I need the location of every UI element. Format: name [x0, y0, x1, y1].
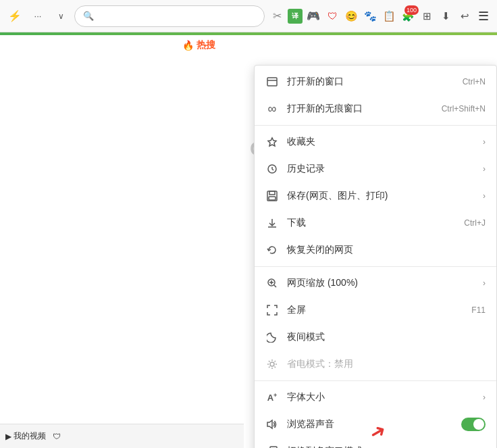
toggle-browser-sound[interactable]	[461, 418, 486, 431]
menu-divider	[255, 380, 496, 381]
translate-icon[interactable]: 译	[288, 9, 303, 24]
menu-label-power-saving: 省电模式：禁用	[287, 358, 486, 370]
svg-rect-6	[269, 197, 276, 200]
menu-item-browser-sound[interactable]: 浏览器声音	[255, 411, 496, 438]
submenu-arrow-bookmarks: ›	[483, 137, 486, 147]
svg-rect-0	[267, 78, 277, 86]
menu-label-fullscreen: 全屏	[287, 304, 466, 316]
menu-label-downloads: 下载	[287, 217, 459, 229]
menu-item-bookmarks[interactable]: 收藏夹›	[255, 128, 496, 155]
save-icon	[265, 189, 279, 203]
menu-item-fontsize[interactable]: A+字体大小›	[255, 384, 496, 411]
incognito-icon: ∞	[265, 102, 279, 116]
menu-shortcut-new-incognito: Ctrl+Shift+N	[442, 104, 486, 114]
menu-label-zoom: 网页缩放 (100%)	[287, 277, 480, 289]
menu-divider	[255, 125, 496, 126]
scissors-icon[interactable]: ✂	[269, 8, 285, 24]
download-icon	[265, 216, 279, 230]
menu-label-multiwindow: 切换到多窗口模式	[287, 445, 486, 448]
game-icon[interactable]: 🎮	[305, 8, 321, 24]
fire-icon: 🔥	[182, 40, 194, 51]
toolbar-right: ✂ 译 🎮 🛡 😊 🐾 📋 🧩 100 ⊞ ⬇ ↩ ☰	[269, 8, 492, 24]
window-icon	[265, 75, 279, 89]
menu-shortcut-downloads: Ctrl+J	[464, 218, 486, 228]
multiwindow-icon	[265, 445, 279, 448]
menu-label-fontsize: 字体大小	[287, 391, 480, 403]
sound-icon	[265, 418, 279, 431]
svg-line-18	[269, 361, 270, 362]
svg-rect-5	[269, 191, 275, 195]
menu-item-history[interactable]: 历史记录›	[255, 155, 496, 182]
svg-marker-2	[268, 138, 276, 146]
lightning-button[interactable]: ⚡	[5, 7, 24, 26]
more-button[interactable]: ···	[28, 7, 47, 26]
menu-item-new-incognito[interactable]: ∞打开新的无痕窗口Ctrl+Shift+N	[255, 95, 496, 122]
hot-topics: 🔥 热搜	[182, 39, 215, 51]
puzzle-icon[interactable]: 🧩 100	[400, 8, 416, 24]
browser-content: 🔥 热搜 Ci ▶ 我的视频 🛡 极光下载站 打开新的窗口Ctrl+N∞打开新的…	[0, 32, 497, 448]
svg-marker-22	[267, 420, 272, 428]
restore-icon	[265, 243, 279, 257]
menu-item-fullscreen[interactable]: 全屏F11	[255, 297, 496, 324]
svg-line-20	[275, 361, 276, 362]
play-icon: ▶	[5, 432, 11, 441]
menu-label-history: 历史记录	[287, 163, 480, 175]
menu-label-nightmode: 夜间模式	[287, 331, 486, 343]
menu-item-power-saving: 省电模式：禁用	[255, 351, 496, 378]
menu-label-new-incognito: 打开新的无痕窗口	[287, 103, 436, 115]
menu-label-restore: 恢复关闭的网页	[287, 244, 486, 256]
clipboard-icon[interactable]: 📋	[381, 8, 397, 24]
shield-bookmark-icon: 🛡	[53, 432, 61, 441]
shield-icon[interactable]: 🛡	[324, 8, 340, 24]
menu-item-nightmode[interactable]: 夜间模式	[255, 324, 496, 351]
bookmark-security[interactable]: 🛡	[53, 432, 61, 441]
menu-shortcut-new-window: Ctrl+N	[463, 77, 486, 86]
paw-icon[interactable]: 🐾	[362, 8, 378, 24]
bookmark-label: 我的视频	[14, 430, 46, 442]
menu-item-new-window[interactable]: 打开新的窗口Ctrl+N	[255, 68, 496, 95]
menu-label-bookmarks: 收藏夹	[287, 136, 480, 148]
undo-toolbar-icon[interactable]: ↩	[456, 8, 473, 24]
browser-toolbar: ⚡ ··· ∨ 🔍 ✂ 译 🎮 🛡 😊 🐾 📋 🧩 100 ⊞ ⬇ ↩ ☰	[0, 0, 497, 32]
apps-icon[interactable]: ⊞	[419, 8, 435, 24]
menu-divider	[255, 266, 496, 267]
menu-item-save[interactable]: 保存(网页、图片、打印)›	[255, 182, 496, 209]
search-icon: 🔍	[83, 11, 94, 21]
svg-point-13	[270, 362, 274, 366]
bookmarks-bar: ▶ 我的视频 🛡	[0, 424, 244, 448]
chevron-button[interactable]: ∨	[51, 7, 70, 26]
menu-item-restore[interactable]: 恢复关闭的网页	[255, 237, 496, 264]
menu-item-downloads[interactable]: 下载Ctrl+J	[255, 209, 496, 237]
bookmark-my-videos[interactable]: ▶ 我的视频	[5, 430, 46, 442]
star-icon	[265, 135, 279, 149]
svg-line-10	[274, 285, 276, 287]
menu-label-browser-sound: 浏览器声音	[287, 418, 456, 430]
site-accent-bar	[0, 32, 497, 35]
svg-line-19	[275, 367, 276, 368]
sun-icon	[265, 357, 279, 371]
menu-item-zoom[interactable]: 网页缩放 (100%)›	[255, 270, 496, 297]
download-toolbar-icon[interactable]: ⬇	[438, 8, 454, 24]
menu-label-new-window: 打开新的窗口	[287, 76, 457, 88]
fullscreen-icon	[265, 303, 279, 317]
submenu-arrow-history: ›	[483, 164, 486, 174]
hamburger-menu-icon[interactable]: ☰	[475, 8, 492, 24]
context-menu: 打开新的窗口Ctrl+N∞打开新的无痕窗口Ctrl+Shift+N收藏夹›历史记…	[254, 65, 497, 448]
hot-topics-label: 热搜	[197, 39, 215, 51]
zoom-icon	[265, 276, 279, 290]
svg-line-21	[269, 367, 270, 368]
submenu-arrow-zoom: ›	[483, 278, 486, 288]
search-bar[interactable]: 🔍	[74, 5, 265, 27]
moon-icon	[265, 330, 279, 344]
font-icon: A+	[265, 391, 279, 404]
emoji-icon[interactable]: 😊	[343, 8, 359, 24]
submenu-arrow-fontsize: ›	[483, 393, 486, 402]
menu-item-multiwindow[interactable]: 切换到多窗口模式	[255, 438, 496, 448]
menu-shortcut-fullscreen: F11	[471, 305, 486, 315]
menu-label-save: 保存(网页、图片、打印)	[287, 190, 480, 202]
submenu-arrow-save: ›	[483, 191, 486, 201]
clock-icon	[265, 162, 279, 176]
